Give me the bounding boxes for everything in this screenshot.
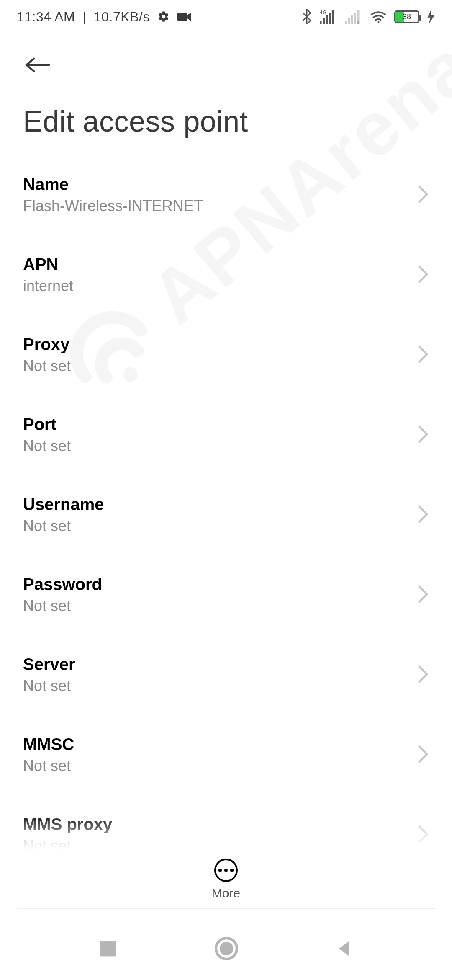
video-camera-icon bbox=[177, 10, 192, 23]
chevron-right-icon bbox=[417, 425, 429, 445]
back-button[interactable] bbox=[23, 50, 52, 80]
settings-icon bbox=[157, 10, 170, 23]
row-label: Server bbox=[23, 655, 75, 674]
status-right: 4G x 38 bbox=[301, 9, 435, 24]
row-value: internet bbox=[23, 277, 73, 295]
divider bbox=[17, 908, 435, 909]
svg-text:4G: 4G bbox=[320, 10, 326, 15]
row-value: Not set bbox=[23, 357, 71, 375]
more-button[interactable]: More bbox=[0, 850, 452, 900]
chevron-right-icon bbox=[417, 345, 429, 365]
page-title: Edit access point bbox=[0, 80, 452, 155]
status-time: 11:34 AM bbox=[17, 9, 75, 25]
row-label: Port bbox=[23, 415, 71, 434]
svg-text:x: x bbox=[356, 18, 360, 24]
row-value: Not set bbox=[23, 757, 74, 775]
row-proxy[interactable]: Proxy Not set bbox=[0, 315, 452, 395]
status-separator: | bbox=[82, 9, 86, 25]
more-icon bbox=[214, 859, 238, 882]
row-label: Proxy bbox=[23, 335, 71, 354]
svg-rect-7 bbox=[332, 10, 334, 24]
chevron-right-icon bbox=[417, 505, 429, 525]
settings-list: Name Flash-Wireless-INTERNET APN interne… bbox=[0, 155, 452, 875]
status-left: 11:34 AM | 10.7KB/s bbox=[17, 9, 192, 25]
chevron-right-icon bbox=[417, 585, 429, 605]
svg-rect-6 bbox=[329, 13, 331, 24]
nav-home-button[interactable] bbox=[214, 936, 239, 961]
row-apn[interactable]: APN internet bbox=[0, 235, 452, 315]
row-label: MMS proxy bbox=[23, 815, 112, 834]
row-label: Password bbox=[23, 575, 102, 594]
status-net-speed: 10.7KB/s bbox=[94, 9, 150, 25]
signal-no-sim-icon: x bbox=[345, 9, 362, 24]
row-value: Not set bbox=[23, 517, 104, 535]
row-mmsc[interactable]: MMSC Not set bbox=[0, 715, 452, 795]
svg-rect-16 bbox=[100, 941, 116, 957]
signal-4g-icon: 4G bbox=[320, 9, 337, 24]
chevron-right-icon bbox=[417, 745, 429, 765]
chevron-right-icon bbox=[417, 265, 429, 285]
chevron-right-icon bbox=[417, 665, 429, 685]
more-label: More bbox=[212, 886, 240, 900]
charging-icon bbox=[427, 10, 435, 24]
svg-point-14 bbox=[378, 21, 380, 23]
row-label: APN bbox=[23, 255, 73, 274]
battery-percent: 38 bbox=[396, 12, 418, 22]
row-value: Not set bbox=[23, 677, 75, 695]
row-value: Not set bbox=[23, 437, 71, 455]
row-label: Username bbox=[23, 495, 104, 514]
system-nav-bar bbox=[0, 917, 452, 980]
svg-rect-8 bbox=[345, 21, 347, 24]
battery-icon: 38 bbox=[394, 10, 419, 23]
svg-rect-9 bbox=[348, 18, 350, 24]
nav-recent-button[interactable] bbox=[98, 939, 118, 958]
status-bar: 11:34 AM | 10.7KB/s 4G x 38 bbox=[0, 0, 452, 34]
svg-point-18 bbox=[220, 942, 234, 956]
nav-back-button[interactable] bbox=[335, 939, 354, 958]
svg-rect-4 bbox=[323, 18, 325, 24]
row-name[interactable]: Name Flash-Wireless-INTERNET bbox=[0, 155, 452, 235]
row-password[interactable]: Password Not set bbox=[0, 555, 452, 635]
row-label: MMSC bbox=[23, 735, 74, 754]
row-username[interactable]: Username Not set bbox=[0, 475, 452, 555]
bluetooth-icon bbox=[301, 9, 312, 24]
svg-rect-1 bbox=[177, 13, 187, 21]
chevron-right-icon bbox=[417, 185, 429, 205]
svg-rect-3 bbox=[320, 21, 322, 24]
row-value: Flash-Wireless-INTERNET bbox=[23, 197, 203, 215]
svg-rect-5 bbox=[326, 15, 328, 24]
wifi-icon bbox=[370, 10, 387, 23]
row-label: Name bbox=[23, 175, 203, 194]
chevron-right-icon bbox=[417, 825, 429, 845]
header bbox=[0, 34, 452, 80]
row-server[interactable]: Server Not set bbox=[0, 635, 452, 715]
row-value: Not set bbox=[23, 597, 102, 615]
row-port[interactable]: Port Not set bbox=[0, 395, 452, 475]
svg-rect-10 bbox=[351, 15, 353, 24]
